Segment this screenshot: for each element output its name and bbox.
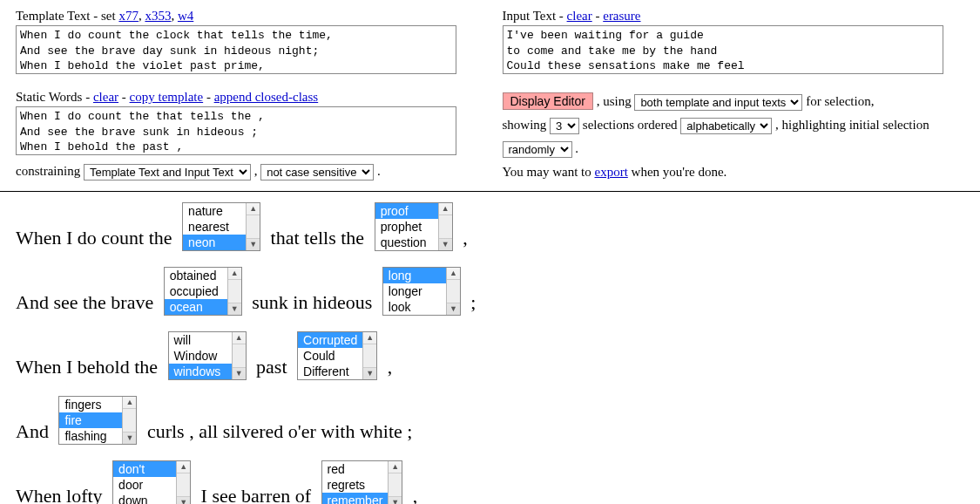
highlight-select[interactable]: randomly — [503, 141, 572, 158]
picker-scrollbar[interactable]: ▲▼ — [388, 461, 402, 504]
picker-option[interactable]: nature — [183, 203, 246, 219]
poem-line: And fingersfireflashing▲▼ curls , all si… — [16, 396, 964, 445]
word-picker[interactable]: don'tdoordown▲▼ — [112, 460, 191, 504]
constrain-source-select[interactable]: Template Text and Input Text — [84, 164, 251, 180]
picker-option[interactable]: proof — [375, 203, 438, 219]
scroll-down-icon[interactable]: ▼ — [233, 367, 246, 379]
scroll-down-icon[interactable]: ▼ — [177, 496, 190, 504]
picker-scrollbar[interactable]: ▲▼ — [438, 203, 452, 250]
picker-option[interactable]: Window — [169, 348, 232, 364]
poem-text: curls , all silvered o'er with white ; — [142, 419, 412, 445]
poem-text: , — [382, 355, 392, 380]
word-picker[interactable]: naturenearestneon▲▼ — [182, 202, 260, 251]
link-x353[interactable]: x353 — [145, 9, 171, 23]
word-picker[interactable]: obtainedoccupiedocean▲▼ — [164, 267, 242, 316]
scroll-up-icon[interactable]: ▲ — [447, 268, 460, 280]
scroll-up-icon[interactable]: ▲ — [247, 203, 260, 215]
picker-option[interactable]: obtained — [165, 268, 227, 283]
controls-whendone-text: when you're done. — [628, 165, 727, 179]
link-input-clear[interactable]: clear — [567, 9, 592, 23]
link-input-erasure[interactable]: erasure — [603, 9, 640, 23]
scroll-up-icon[interactable]: ▲ — [177, 461, 190, 473]
picker-option[interactable]: neon — [183, 235, 246, 250]
word-picker[interactable]: longlongerlook▲▼ — [382, 267, 461, 316]
picker-option[interactable]: nearest — [183, 219, 246, 235]
picker-option[interactable]: regrets — [322, 477, 389, 493]
scroll-track[interactable] — [233, 344, 246, 367]
scroll-down-icon[interactable]: ▼ — [247, 238, 260, 250]
scroll-down-icon[interactable]: ▼ — [123, 432, 136, 444]
picker-scrollbar[interactable]: ▲▼ — [246, 203, 260, 250]
picker-option[interactable]: ocean — [165, 299, 227, 315]
scroll-down-icon[interactable]: ▼ — [439, 238, 452, 250]
picker-option[interactable]: long — [383, 268, 446, 283]
scroll-track[interactable] — [247, 215, 260, 238]
link-static-clear[interactable]: clear — [93, 90, 118, 104]
word-picker[interactable]: fingersfireflashing▲▼ — [58, 396, 137, 445]
picker-option[interactable]: remember — [322, 493, 389, 504]
scroll-up-icon[interactable]: ▲ — [389, 461, 402, 473]
scroll-up-icon[interactable]: ▲ — [439, 203, 452, 215]
controls-ordered-text: selections ordered — [583, 118, 678, 132]
scroll-track[interactable] — [363, 344, 376, 367]
picker-option[interactable]: door — [113, 477, 176, 493]
word-picker[interactable]: willWindowwindows▲▼ — [168, 331, 247, 380]
picker-option[interactable]: look — [383, 299, 446, 315]
picker-option[interactable]: red — [322, 461, 389, 477]
picker-option[interactable]: fingers — [59, 397, 122, 412]
picker-option[interactable]: will — [169, 332, 232, 348]
picker-option[interactable]: question — [375, 235, 438, 250]
link-x77[interactable]: x77 — [118, 9, 139, 23]
scroll-down-icon[interactable]: ▼ — [389, 496, 402, 504]
link-append-closed[interactable]: append closed-class — [214, 90, 319, 104]
scroll-down-icon[interactable]: ▼ — [447, 303, 460, 315]
picker-option[interactable]: Corrupted — [298, 332, 362, 348]
using-select[interactable]: both template and input texts — [634, 94, 802, 111]
picker-option[interactable]: windows — [169, 364, 232, 379]
link-copy-template[interactable]: copy template — [130, 90, 204, 104]
showing-count-select[interactable]: 3 — [550, 118, 579, 134]
controls-showing-text: showing — [503, 118, 547, 132]
picker-option[interactable]: down — [113, 493, 176, 504]
picker-scrollbar[interactable]: ▲▼ — [362, 332, 376, 379]
picker-scrollbar[interactable]: ▲▼ — [446, 268, 460, 315]
export-link[interactable]: export — [594, 165, 627, 179]
scroll-track[interactable] — [177, 473, 190, 496]
scroll-track[interactable] — [389, 473, 402, 496]
static-label: Static Words - clear - copy template - a… — [16, 90, 478, 105]
scroll-down-icon[interactable]: ▼ — [363, 367, 376, 379]
scroll-down-icon[interactable]: ▼ — [228, 303, 241, 315]
template-textarea[interactable] — [16, 25, 456, 74]
picker-scrollbar[interactable]: ▲▼ — [176, 461, 190, 504]
case-sensitivity-select[interactable]: not case sensitive — [260, 164, 374, 180]
constrain-prefix: constraining — [16, 164, 80, 178]
scroll-track[interactable] — [123, 409, 136, 432]
ordered-select[interactable]: alphabetically — [680, 118, 772, 134]
scroll-track[interactable] — [228, 280, 241, 303]
input-text-section: Input Text - clear - erasure — [503, 9, 965, 78]
picker-option[interactable]: longer — [383, 283, 446, 299]
scroll-up-icon[interactable]: ▲ — [123, 397, 136, 409]
input-textarea[interactable] — [503, 25, 943, 74]
display-editor-button[interactable]: Display Editor — [503, 92, 593, 110]
picker-option[interactable]: Different — [298, 364, 362, 379]
link-w4[interactable]: w4 — [178, 9, 193, 23]
scroll-up-icon[interactable]: ▲ — [233, 332, 246, 344]
picker-option[interactable]: flashing — [59, 428, 122, 444]
scroll-up-icon[interactable]: ▲ — [363, 332, 376, 344]
picker-option[interactable]: don't — [113, 461, 176, 477]
scroll-track[interactable] — [439, 215, 452, 238]
scroll-up-icon[interactable]: ▲ — [228, 268, 241, 280]
picker-scrollbar[interactable]: ▲▼ — [232, 332, 246, 379]
picker-option[interactable]: Could — [298, 348, 362, 364]
word-picker[interactable]: redregretsremember▲▼ — [321, 460, 403, 504]
picker-scrollbar[interactable]: ▲▼ — [227, 268, 241, 315]
static-textarea[interactable] — [16, 106, 456, 155]
picker-scrollbar[interactable]: ▲▼ — [122, 397, 136, 444]
picker-option[interactable]: prophet — [375, 219, 438, 235]
picker-option[interactable]: occupied — [165, 283, 227, 299]
word-picker[interactable]: proofprophetquestion▲▼ — [375, 202, 453, 251]
scroll-track[interactable] — [447, 280, 460, 303]
picker-option[interactable]: fire — [59, 412, 122, 428]
word-picker[interactable]: CorruptedCouldDifferent▲▼ — [297, 331, 377, 380]
